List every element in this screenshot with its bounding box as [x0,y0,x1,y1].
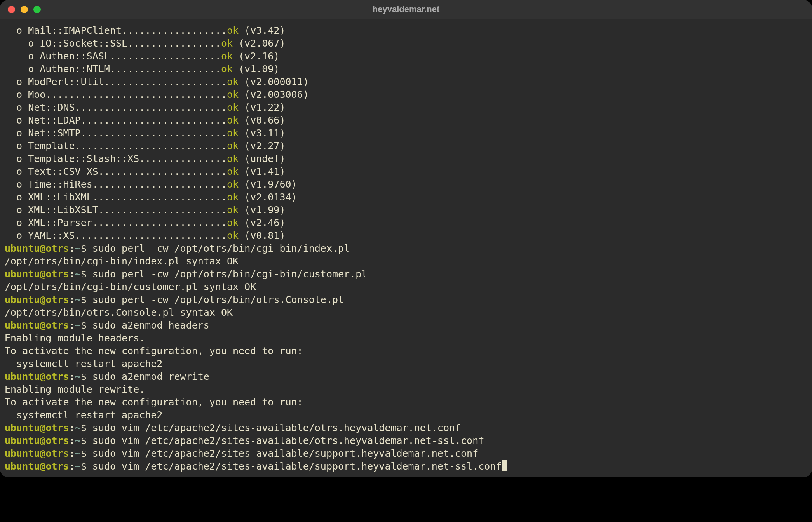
prompt-path: ~ [75,294,81,305]
module-name: o Time::HiRes....................... [5,179,227,190]
module-version: (v2.16) [233,50,279,62]
module-version: (v2.000011) [239,76,309,87]
terminal-line: o Authen::SASL...................ok (v2.… [5,50,807,63]
command: sudo vim /etc/apache2/sites-available/ot… [92,435,484,446]
prompt-line: ubuntu@otrs:~$ sudo vim /etc/apache2/sit… [5,421,807,434]
terminal-line: o YAML::XS..........................ok (… [5,229,807,242]
prompt-path: ~ [75,268,81,280]
minimize-icon[interactable] [21,6,28,13]
command: sudo perl -cw /opt/otrs/bin/otrs.Console… [92,294,344,305]
module-name: o Template.......................... [5,140,227,151]
terminal-line: o Text::CSV_XS......................ok (… [5,165,807,178]
module-version: (v1.99) [239,204,285,216]
terminal-line: o Net::DNS..........................ok (… [5,101,807,114]
terminal-line: o Moo...............................ok (… [5,88,807,101]
prompt-user: ubuntu [5,243,40,254]
output-line: /opt/otrs/bin/cgi-bin/customer.pl syntax… [5,280,807,293]
prompt-colon: : [69,448,75,459]
terminal-line: o Net::LDAP.........................ok (… [5,114,807,127]
prompt-dollar: $ [81,371,92,382]
prompt-path: ~ [75,435,81,446]
prompt-user: ubuntu [5,294,40,305]
output-line: Enabling module headers. [5,332,807,345]
prompt-path: ~ [75,320,81,331]
terminal-line: o IO::Socket::SSL................ok (v2.… [5,37,807,50]
prompt-at: @ [40,448,45,459]
output-text: Enabling module rewrite. [5,384,145,395]
prompt-path: ~ [75,371,81,382]
prompt-user: ubuntu [5,461,40,472]
prompt-host: otrs [45,435,69,446]
output-line: To activate the new configuration, you n… [5,345,807,357]
terminal-line: o XML::LibXML.......................ok (… [5,191,807,204]
module-version: (v0.81) [239,230,285,241]
prompt-colon: : [69,320,75,331]
prompt-host: otrs [45,268,69,280]
prompt-at: @ [40,243,45,254]
module-name: o YAML::XS.......................... [5,230,227,241]
prompt-at: @ [40,435,45,446]
prompt-at: @ [40,371,45,382]
prompt-user: ubuntu [5,268,40,280]
prompt-line: ubuntu@otrs:~$ sudo vim /etc/apache2/sit… [5,460,807,473]
terminal-viewport[interactable]: o Mail::IMAPClient..................ok (… [0,19,812,477]
close-icon[interactable] [8,6,15,13]
command: sudo perl -cw /opt/otrs/bin/cgi-bin/cust… [92,268,367,280]
prompt-line: ubuntu@otrs:~$ sudo a2enmod rewrite [5,370,807,383]
module-name: o XML::LibXSLT...................... [5,204,227,216]
status-ok: ok [221,38,233,49]
status-ok: ok [227,204,239,216]
module-version: (undef) [239,153,285,164]
module-name: o Text::CSV_XS...................... [5,166,227,177]
prompt-line: ubuntu@otrs:~$ sudo perl -cw /opt/otrs/b… [5,242,807,255]
module-name: o Net::DNS.......................... [5,102,227,113]
prompt-host: otrs [45,371,69,382]
module-version: (v0.66) [239,115,285,126]
module-name: o Net::LDAP......................... [5,115,227,126]
prompt-colon: : [69,371,75,382]
module-name: o ModPerl::Util..................... [5,76,227,87]
titlebar: heyvaldemar.net [0,0,812,19]
prompt-dollar: $ [81,461,92,472]
command: sudo vim /etc/apache2/sites-available/su… [92,448,478,459]
prompt-at: @ [40,422,45,433]
terminal-line: o ModPerl::Util.....................ok (… [5,75,807,88]
output-text: /opt/otrs/bin/cgi-bin/customer.pl syntax… [5,281,256,292]
cursor [502,460,507,471]
output-text: systemctl restart apache2 [5,358,162,369]
output-line: systemctl restart apache2 [5,357,807,370]
prompt-line: ubuntu@otrs:~$ sudo a2enmod headers [5,319,807,332]
module-name: o Net::SMTP......................... [5,127,227,139]
terminal-line: o Mail::IMAPClient..................ok (… [5,24,807,37]
terminal-window: heyvaldemar.net o Mail::IMAPClient......… [0,0,812,477]
prompt-user: ubuntu [5,422,40,433]
prompt-dollar: $ [81,448,92,459]
module-version: (v1.09) [233,63,279,75]
prompt-host: otrs [45,243,69,254]
prompt-colon: : [69,435,75,446]
prompt-dollar: $ [81,243,92,254]
module-name: o Moo............................... [5,89,227,100]
prompt-at: @ [40,320,45,331]
status-ok: ok [227,230,239,241]
prompt-at: @ [40,294,45,305]
prompt-user: ubuntu [5,320,40,331]
prompt-at: @ [40,461,45,472]
module-version: (v2.067) [233,38,285,49]
prompt-path: ~ [75,461,81,472]
terminal-line: o XML::Parser.......................ok (… [5,216,807,229]
terminal-line: o Template::Stash::XS...............ok (… [5,152,807,165]
status-ok: ok [227,25,239,36]
zoom-icon[interactable] [33,6,41,13]
output-text: To activate the new configuration, you n… [5,397,303,408]
output-text: To activate the new configuration, you n… [5,345,303,357]
module-name: o XML::Parser....................... [5,217,227,228]
command: sudo a2enmod headers [92,320,209,331]
terminal-line: o Template..........................ok (… [5,139,807,152]
output-line: To activate the new configuration, you n… [5,396,807,409]
prompt-colon: : [69,461,75,472]
prompt-dollar: $ [81,422,92,433]
output-line: systemctl restart apache2 [5,409,807,421]
module-name: o Authen::NTLM................... [5,63,221,75]
command: sudo perl -cw /opt/otrs/bin/cgi-bin/inde… [92,243,350,254]
